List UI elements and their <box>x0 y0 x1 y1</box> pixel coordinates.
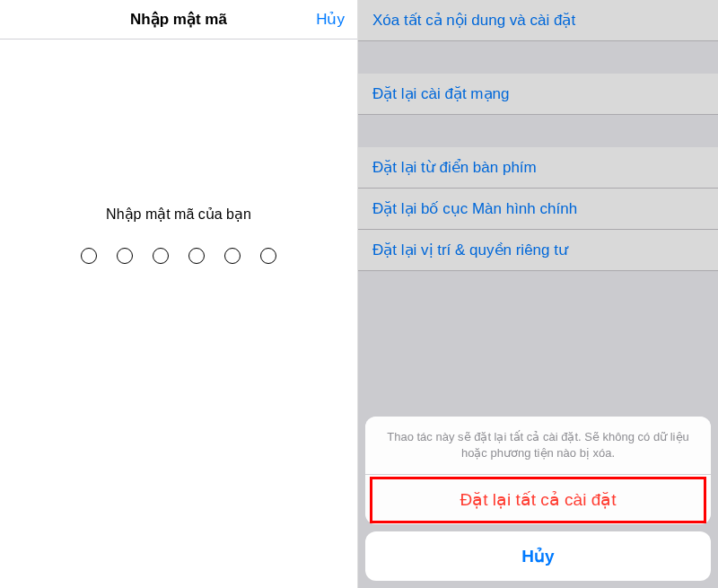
action-sheet: Thao tác này sẽ đặt lại tất cả cài đặt. … <box>365 417 711 581</box>
passcode-input[interactable] <box>81 248 276 264</box>
passcode-dot <box>81 248 97 264</box>
reset-all-settings-button[interactable]: Đặt lại tất cả cài đặt <box>365 475 711 524</box>
passcode-dot <box>153 248 169 264</box>
cancel-button[interactable]: Hủy <box>316 10 345 29</box>
nav-bar: Nhập mật mã Hủy <box>0 0 357 39</box>
action-sheet-cancel-button[interactable]: Hủy <box>365 531 711 581</box>
passcode-dot <box>188 248 205 264</box>
action-sheet-group: Thao tác này sẽ đặt lại tất cả cài đặt. … <box>365 417 711 524</box>
passcode-prompt: Nhập mật mã của bạn <box>106 206 251 223</box>
passcode-area: Nhập mật mã của bạn <box>0 206 357 264</box>
passcode-dot <box>224 248 241 264</box>
passcode-dot <box>117 248 133 264</box>
action-sheet-message: Thao tác này sẽ đặt lại tất cả cài đặt. … <box>365 417 711 475</box>
reset-settings-screen: Xóa tất cả nội dung và cài đặt Đặt lại c… <box>358 0 718 588</box>
nav-title: Nhập mật mã <box>130 10 227 29</box>
passcode-dot <box>260 248 276 264</box>
passcode-screen: Nhập mật mã Hủy Nhập mật mã của bạn <box>0 0 358 588</box>
